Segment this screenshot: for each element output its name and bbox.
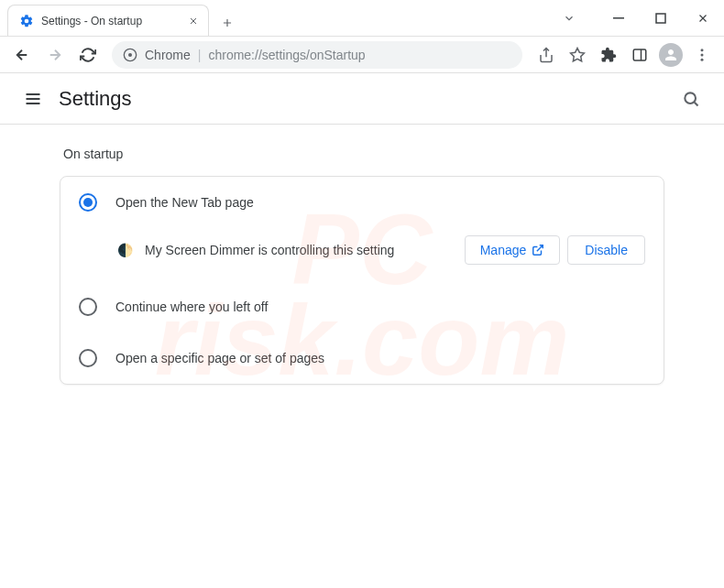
window-controls (548, 0, 724, 37)
option-specific-pages[interactable]: Open a specific page or set of pages (60, 332, 664, 384)
forward-button[interactable] (40, 40, 70, 70)
radio-icon[interactable] (79, 349, 97, 367)
browser-toolbar: Chrome | chrome://settings/onStartup (0, 37, 724, 73)
extension-message: My Screen Dimmer is controlling this set… (145, 243, 454, 257)
disable-label: Disable (585, 243, 628, 257)
option-label: Continue where you left off (115, 299, 268, 314)
close-icon[interactable] (186, 14, 201, 28)
search-icon[interactable] (673, 81, 709, 117)
option-new-tab[interactable]: Open the New Tab page (60, 177, 664, 228)
side-panel-icon[interactable] (625, 40, 654, 70)
settings-header: Settings (0, 73, 724, 125)
radio-icon[interactable] (79, 193, 97, 212)
reload-button[interactable] (73, 40, 103, 70)
svg-point-12 (685, 93, 696, 103)
svg-point-6 (701, 49, 704, 51)
url-separator: | (198, 48, 202, 62)
hamburger-menu-icon[interactable] (15, 81, 51, 117)
svg-point-3 (128, 53, 132, 57)
url-text: chrome://settings/onStartup (208, 48, 365, 62)
new-tab-button[interactable] (214, 10, 240, 36)
extension-icon: 🌓 (115, 241, 134, 259)
url-scheme: Chrome (145, 48, 191, 62)
manage-button[interactable]: Manage (465, 235, 561, 265)
svg-point-8 (701, 58, 704, 60)
extensions-icon[interactable] (594, 40, 623, 70)
svg-rect-0 (613, 17, 624, 19)
back-button[interactable] (7, 40, 37, 70)
chevron-down-icon[interactable] (548, 4, 590, 33)
window-titlebar: Settings - On startup (0, 0, 724, 37)
tab-title: Settings - On startup (41, 15, 186, 27)
page-title: Settings (59, 87, 132, 111)
profile-avatar[interactable] (656, 40, 686, 70)
toolbar-actions (532, 40, 717, 70)
startup-options-card: Open the New Tab page 🌓 My Screen Dimmer… (60, 176, 664, 385)
svg-rect-4 (633, 49, 646, 60)
share-icon[interactable] (532, 40, 561, 70)
disable-button[interactable]: Disable (567, 235, 645, 265)
browser-tab[interactable]: Settings - On startup (7, 5, 209, 36)
external-link-icon (532, 244, 544, 256)
option-label: Open the New Tab page (115, 195, 254, 210)
svg-line-13 (695, 102, 698, 105)
close-window-button[interactable] (682, 4, 724, 33)
svg-point-7 (701, 53, 704, 56)
minimize-button[interactable] (598, 4, 640, 33)
option-label: Open a specific page or set of pages (115, 351, 324, 365)
svg-rect-1 (656, 14, 665, 23)
extension-notice: 🌓 My Screen Dimmer is controlling this s… (60, 228, 664, 281)
settings-content: On startup Open the New Tab page 🌓 My Sc… (0, 125, 724, 385)
option-continue[interactable]: Continue where you left off (60, 281, 664, 332)
bookmark-icon[interactable] (563, 40, 592, 70)
kebab-menu-icon[interactable] (687, 40, 717, 70)
gear-icon (19, 14, 34, 28)
address-bar[interactable]: Chrome | chrome://settings/onStartup (112, 41, 522, 69)
maximize-button[interactable] (640, 4, 682, 33)
manage-label: Manage (480, 243, 527, 257)
site-info-icon[interactable] (123, 48, 137, 62)
radio-icon[interactable] (79, 298, 97, 316)
section-title: On startup (60, 147, 664, 161)
